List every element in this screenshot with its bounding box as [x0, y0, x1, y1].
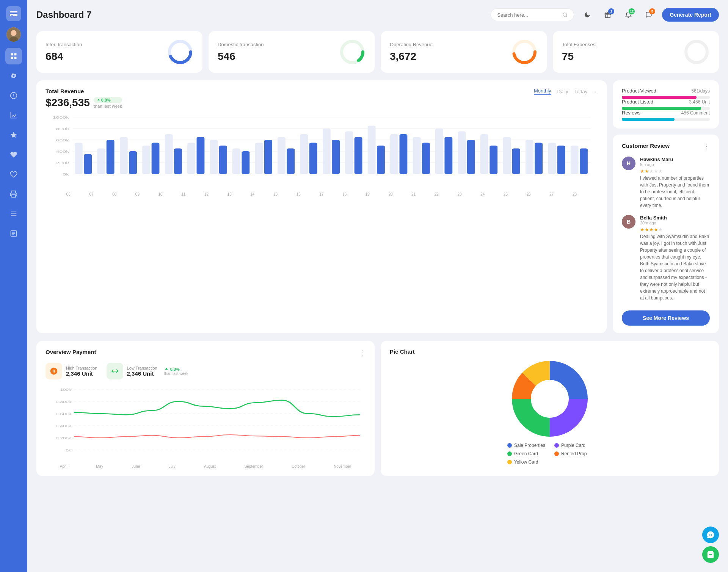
svg-rect-2	[11, 15, 13, 16]
svg-rect-78	[548, 143, 556, 174]
svg-point-22	[686, 41, 707, 63]
sidebar-item-heart[interactable]	[5, 146, 22, 163]
high-transaction-icon	[46, 363, 62, 379]
pie-legend-item: Green Card	[507, 451, 545, 456]
sidebar-logo[interactable]	[6, 6, 21, 21]
svg-rect-1	[10, 13, 17, 14]
svg-rect-46	[187, 143, 195, 174]
bottom-row: Overview Payment ⋮ High Transaction 2,34…	[36, 341, 719, 476]
charts-row: Total Revenue $236,535 0.8% than last we…	[36, 80, 719, 333]
svg-rect-70	[458, 132, 466, 174]
svg-text:0k: 0k	[63, 172, 69, 176]
svg-rect-80	[571, 146, 579, 174]
pie-legend-item: Purple Card	[554, 443, 592, 448]
tab-more[interactable]: ···	[593, 89, 598, 94]
revenue-badge: 0.8%	[94, 97, 122, 103]
svg-text:600k: 600k	[56, 138, 69, 142]
svg-rect-81	[580, 149, 588, 174]
svg-rect-61	[355, 137, 362, 174]
sidebar-item-reports[interactable]	[5, 225, 22, 242]
stat-card-3: Total Expenses 75	[553, 31, 719, 73]
svg-rect-49	[219, 146, 227, 174]
tab-monthly[interactable]: Monthly	[534, 88, 551, 95]
pie-legend-item: Yellow Card	[507, 459, 545, 465]
sidebar-item-info[interactable]	[5, 87, 22, 104]
stats-row: Reviews 456 Comment	[622, 110, 710, 121]
sidebar	[0, 0, 27, 572]
svg-rect-38	[97, 149, 105, 174]
chat-badge: 5	[649, 8, 655, 14]
generate-report-btn[interactable]: Generate Report	[662, 8, 719, 22]
svg-rect-45	[174, 149, 182, 174]
stat-card-0: Inter. transaction 684	[36, 31, 202, 73]
svg-rect-48	[210, 140, 218, 174]
svg-rect-41	[129, 151, 137, 174]
svg-rect-65	[400, 134, 408, 174]
svg-rect-37	[84, 154, 92, 174]
revenue-tabs: Monthly Daily Today ···	[534, 88, 598, 95]
revenue-title: Total Revenue	[46, 88, 122, 94]
support-float-btn[interactable]	[702, 527, 719, 543]
search-input[interactable]	[497, 12, 559, 18]
see-more-btn[interactable]: See More Reviews	[622, 310, 710, 326]
sidebar-item-menu[interactable]	[5, 205, 22, 222]
cart-float-btn[interactable]	[702, 546, 719, 563]
revenue-chart: 0k200k400k600k800k1000k 0607080910111213…	[46, 113, 598, 196]
sidebar-item-analytics[interactable]	[5, 107, 22, 124]
chat-notification-btn[interactable]: 5	[642, 8, 656, 22]
sidebar-item-print[interactable]	[5, 186, 22, 202]
sidebar-item-heart2[interactable]	[5, 166, 22, 183]
svg-rect-59	[332, 140, 340, 174]
svg-rect-60	[345, 132, 353, 174]
svg-point-15	[563, 13, 566, 16]
svg-rect-69	[444, 137, 452, 174]
sidebar-item-star[interactable]	[5, 127, 22, 143]
tab-today[interactable]: Today	[574, 89, 587, 94]
search-box[interactable]	[491, 8, 574, 21]
customer-review-card: Customer Review ⋮ H Hawkins Maru 5m ago …	[613, 135, 719, 333]
svg-text:200k: 200k	[56, 161, 69, 165]
svg-rect-47	[197, 137, 205, 174]
svg-text:0.800k: 0.800k	[56, 400, 71, 403]
svg-text:400k: 400k	[56, 150, 69, 154]
svg-text:1000k: 1000k	[53, 116, 69, 119]
page-title: Dashboard 7	[36, 9, 91, 20]
dark-mode-btn[interactable]	[580, 8, 595, 22]
svg-rect-57	[309, 143, 317, 174]
svg-rect-72	[480, 134, 488, 174]
svg-rect-11	[11, 212, 17, 212]
sidebar-item-settings[interactable]	[5, 67, 22, 84]
svg-rect-76	[526, 140, 533, 174]
svg-rect-12	[11, 213, 17, 214]
svg-rect-56	[300, 134, 308, 174]
svg-rect-77	[535, 143, 543, 174]
header-right: 2 12 5 Generate Report	[491, 8, 719, 22]
svg-text:0.600k: 0.600k	[56, 412, 71, 415]
payment-card: Overview Payment ⋮ High Transaction 2,34…	[36, 341, 375, 476]
gift-notification-btn[interactable]: 2	[601, 8, 615, 22]
svg-rect-64	[390, 134, 398, 174]
stat-cards: Inter. transaction 684 Domestic transact…	[36, 31, 719, 73]
float-buttons	[702, 527, 719, 563]
review-avatar: B	[622, 215, 635, 229]
review-more-icon[interactable]: ⋮	[703, 142, 710, 150]
review-item: H Hawkins Maru 5m ago ★★★★★ I viewed a n…	[622, 157, 710, 209]
pie-legend-item: Sale Properties	[507, 443, 545, 448]
svg-rect-55	[287, 149, 295, 174]
bell-notification-btn[interactable]: 12	[621, 8, 635, 22]
svg-rect-79	[557, 146, 565, 174]
low-transaction-icon	[107, 363, 123, 379]
svg-point-4	[11, 30, 16, 36]
payment-more-icon[interactable]: ⋮	[359, 348, 366, 357]
svg-rect-39	[107, 140, 115, 174]
tab-daily[interactable]: Daily	[557, 89, 568, 94]
sidebar-item-dashboard[interactable]	[5, 48, 22, 64]
svg-rect-6	[11, 53, 13, 56]
revenue-card: Total Revenue $236,535 0.8% than last we…	[36, 80, 607, 333]
svg-rect-71	[467, 140, 475, 174]
svg-text:100k: 100k	[60, 388, 71, 391]
bell-badge: 12	[629, 8, 635, 14]
svg-rect-54	[278, 137, 286, 174]
svg-rect-44	[165, 134, 173, 174]
user-avatar[interactable]	[6, 27, 21, 42]
